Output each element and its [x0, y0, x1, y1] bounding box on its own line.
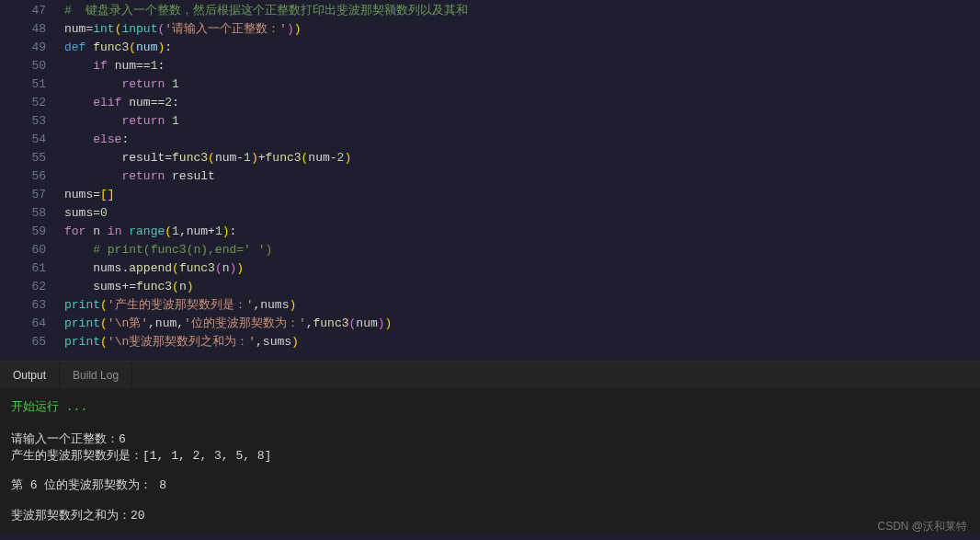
code-content[interactable]: return result	[64, 167, 980, 186]
code-line[interactable]: 57nums=[]	[0, 186, 980, 204]
code-content[interactable]: sums=0	[64, 204, 980, 223]
code-line[interactable]: 65print('\n斐波那契数列之和为：',sums)	[0, 333, 980, 351]
line-number: 49	[0, 39, 64, 57]
code-content[interactable]: sums+=func3(n)	[64, 278, 980, 296]
code-content[interactable]: def func3(num):	[64, 39, 980, 57]
line-number: 54	[0, 131, 64, 149]
code-line[interactable]: 52 elif num==2:	[0, 94, 980, 112]
line-number: 65	[0, 333, 64, 351]
code-content[interactable]: print('\n斐波那契数列之和为：',sums)	[64, 333, 980, 351]
line-number: 53	[0, 112, 64, 131]
code-line[interactable]: 62 sums+=func3(n)	[0, 278, 980, 296]
line-number: 58	[0, 204, 64, 223]
code-content[interactable]: nums.append(func3(n))	[64, 259, 980, 278]
output-line: 斐波那契数列之和为：20	[11, 508, 969, 524]
line-number: 47	[0, 2, 64, 20]
code-content[interactable]: return 1	[64, 112, 980, 131]
running-message: 开始运行 ...	[11, 398, 969, 415]
code-content[interactable]: print('\n第',num,'位的斐波那契数为：',func3(num))	[64, 315, 980, 333]
code-content[interactable]: nums=[]	[64, 186, 980, 204]
code-line[interactable]: 59for n in range(1,num+1):	[0, 223, 980, 241]
code-line[interactable]: 55 result=func3(num-1)+func3(num-2)	[0, 149, 980, 167]
line-number: 59	[0, 223, 64, 241]
line-number: 63	[0, 296, 64, 315]
output-tabs: Output Build Log	[0, 362, 980, 389]
code-line[interactable]: 47# 键盘录入一个整数，然后根据这个正整数打印出斐波那契额数列以及其和	[0, 2, 980, 20]
code-content[interactable]: else:	[64, 131, 980, 149]
code-content[interactable]: # 键盘录入一个整数，然后根据这个正整数打印出斐波那契额数列以及其和	[64, 2, 980, 20]
line-number: 52	[0, 94, 64, 112]
code-content[interactable]: num=int(input('请输入一个正整数：'))	[64, 20, 980, 39]
code-content[interactable]: for n in range(1,num+1):	[64, 223, 980, 241]
code-line[interactable]: 50 if num==1:	[0, 57, 980, 75]
line-number: 48	[0, 20, 64, 39]
code-content[interactable]: return 1	[64, 75, 980, 94]
code-content[interactable]: print('产生的斐波那契数列是：',nums)	[64, 296, 980, 315]
output-line: 产生的斐波那契数列是：[1, 1, 2, 3, 5, 8]	[11, 448, 969, 465]
line-number: 50	[0, 57, 64, 75]
output-line: 第 6 位的斐波那契数为： 8	[11, 477, 969, 494]
code-line[interactable]: 48num=int(input('请输入一个正整数：'))	[0, 20, 980, 39]
watermark: CSDN @沃和莱特	[877, 519, 967, 534]
line-number: 62	[0, 278, 64, 296]
line-number: 60	[0, 241, 64, 259]
code-line[interactable]: 53 return 1	[0, 112, 980, 131]
tab-build-log[interactable]: Build Log	[60, 362, 132, 388]
code-line[interactable]: 58sums=0	[0, 204, 980, 223]
line-number: 51	[0, 75, 64, 94]
output-panel: 开始运行 ... 请输入一个正整数：6 产生的斐波那契数列是：[1, 1, 2,…	[0, 389, 980, 534]
code-line[interactable]: 61 nums.append(func3(n))	[0, 259, 980, 278]
code-line[interactable]: 54 else:	[0, 131, 980, 149]
code-line[interactable]: 49def func3(num):	[0, 39, 980, 57]
tab-output[interactable]: Output	[0, 362, 60, 388]
code-content[interactable]: # print(func3(n),end=' ')	[64, 241, 980, 259]
code-line[interactable]: 56 return result	[0, 167, 980, 186]
line-number: 61	[0, 259, 64, 278]
code-line[interactable]: 51 return 1	[0, 75, 980, 94]
code-line[interactable]: 64print('\n第',num,'位的斐波那契数为：',func3(num)…	[0, 315, 980, 333]
line-number: 57	[0, 186, 64, 204]
output-line: 请输入一个正整数：6	[11, 431, 969, 448]
code-line[interactable]: 60 # print(func3(n),end=' ')	[0, 241, 980, 259]
code-content[interactable]: result=func3(num-1)+func3(num-2)	[64, 149, 980, 167]
code-content[interactable]: elif num==2:	[64, 94, 980, 112]
code-line[interactable]: 63print('产生的斐波那契数列是：',nums)	[0, 296, 980, 315]
code-editor[interactable]: 47# 键盘录入一个整数，然后根据这个正整数打印出斐波那契额数列以及其和48nu…	[0, 0, 980, 351]
line-number: 56	[0, 167, 64, 186]
line-number: 55	[0, 149, 64, 167]
line-number: 64	[0, 315, 64, 333]
code-content[interactable]: if num==1:	[64, 57, 980, 75]
